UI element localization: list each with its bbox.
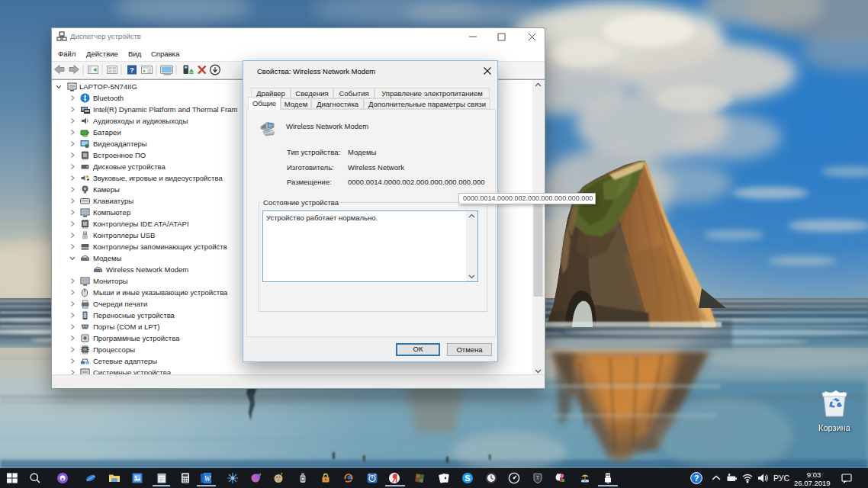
svg-text:?: ?	[130, 66, 134, 74]
svg-text:S: S	[465, 474, 470, 483]
svg-text:?: ?	[694, 474, 699, 483]
svg-text:T: T	[536, 475, 540, 480]
